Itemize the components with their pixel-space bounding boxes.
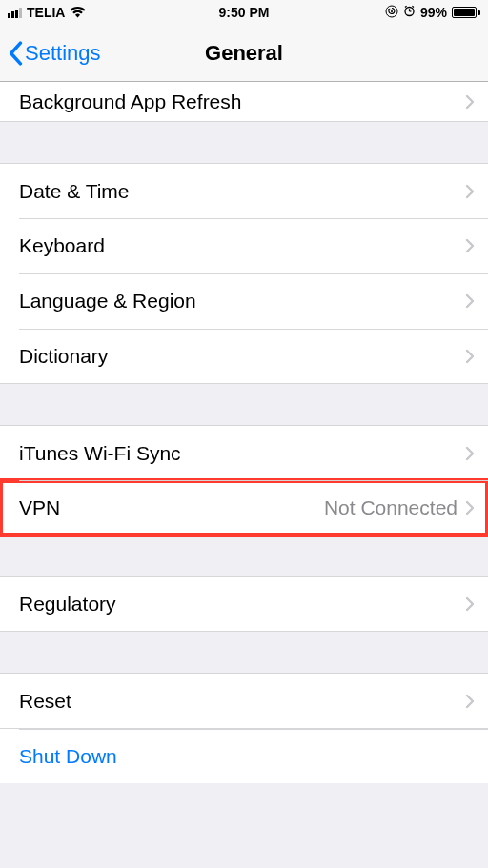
row-date-time[interactable]: Date & Time — [0, 163, 488, 218]
row-label: iTunes Wi-Fi Sync — [19, 442, 465, 465]
back-button[interactable]: Settings — [0, 41, 101, 66]
chevron-right-icon — [465, 94, 475, 110]
chevron-left-icon — [8, 41, 23, 66]
chevron-right-icon — [465, 446, 475, 461]
row-label: VPN — [19, 496, 324, 519]
row-reset[interactable]: Reset — [0, 673, 488, 728]
battery-icon — [452, 7, 480, 18]
carrier-label: TELIA — [27, 5, 65, 20]
row-keyboard[interactable]: Keyboard — [0, 218, 488, 273]
wifi-icon — [70, 7, 86, 18]
svg-line-6 — [412, 6, 414, 7]
alarm-icon — [403, 5, 416, 20]
row-value: Not Connected — [324, 496, 458, 519]
row-label: Dictionary — [19, 345, 465, 368]
row-vpn[interactable]: VPN Not Connected — [0, 480, 488, 535]
svg-rect-1 — [391, 10, 393, 12]
row-label: Regulatory — [19, 593, 465, 616]
row-regulatory[interactable]: Regulatory — [0, 576, 488, 632]
row-itunes-wifi-sync[interactable]: iTunes Wi-Fi Sync — [0, 425, 488, 480]
chevron-right-icon — [465, 596, 475, 612]
chevron-right-icon — [465, 349, 475, 364]
row-background-app-refresh[interactable]: Background App Refresh — [0, 82, 488, 122]
signal-icon — [8, 8, 22, 18]
row-label: Shut Down — [19, 745, 475, 768]
chevron-right-icon — [465, 500, 475, 515]
nav-header: Settings General — [0, 25, 488, 82]
battery-pct: 99% — [420, 5, 447, 20]
chevron-right-icon — [465, 694, 475, 709]
row-label: Keyboard — [19, 234, 465, 257]
back-label: Settings — [25, 41, 101, 66]
row-label: Reset — [19, 690, 465, 713]
row-language-region[interactable]: Language & Region — [0, 273, 488, 329]
svg-line-5 — [405, 6, 407, 7]
status-bar: TELIA 9:50 PM 99% — [0, 0, 488, 25]
chevron-right-icon — [465, 184, 475, 199]
chevron-right-icon — [465, 293, 475, 309]
row-label: Background App Refresh — [19, 91, 465, 113]
chevron-right-icon — [465, 238, 475, 253]
rotation-lock-icon — [385, 5, 398, 21]
row-label: Language & Region — [19, 290, 465, 313]
row-dictionary[interactable]: Dictionary — [0, 329, 488, 384]
row-label: Date & Time — [19, 180, 465, 203]
row-shut-down[interactable]: Shut Down — [0, 728, 488, 783]
